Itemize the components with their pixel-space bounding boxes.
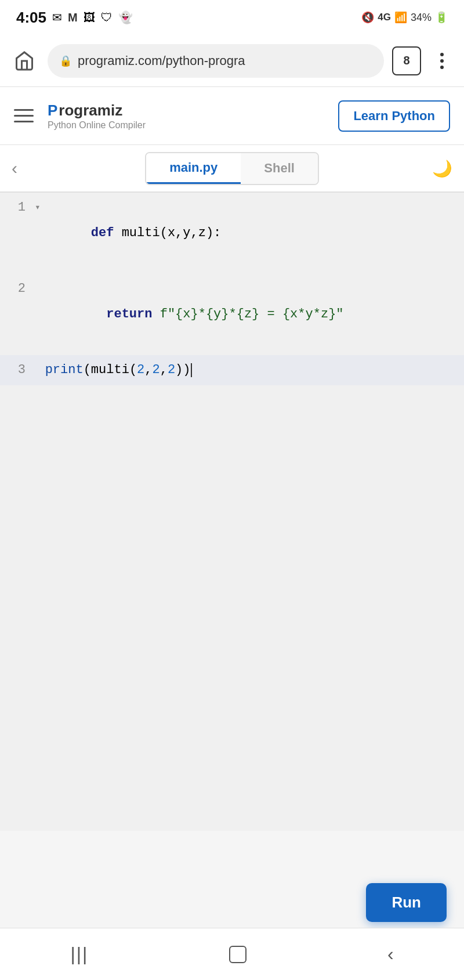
fn-call-name: multi [91,363,129,377]
status-bar: 4:05 ✉ M 🖼 🛡 👻 🔇 4G 📶 34% 🔋 [0,0,464,35]
status-left: 4:05 ✉ M 🖼 🛡 👻 [16,9,133,27]
logo-subtitle: Python Online Compiler [48,120,146,131]
paren-open: ( [84,363,91,377]
arg-1: 2 [137,363,144,377]
code-content-1: def multi(x,y,z): [43,195,464,272]
line-number-2: 2 [0,276,35,302]
code-content-2: __return f"{x}*{y}*{z} = {x*y*z}" [43,276,464,353]
code-line-2: 2 ▾ __return f"{x}*{y}*{z} = {x*y*z}" [0,274,464,355]
arg-2: 2 [152,363,160,377]
run-button-area: Run [366,883,447,922]
app-header: Programiz Python Online Compiler Learn P… [0,87,464,145]
nav-home-button[interactable] [229,946,246,963]
line-arrow-1: ▾ [35,195,41,220]
nav-recents-button[interactable]: ||| [70,943,88,965]
home-button[interactable] [9,46,39,76]
bottom-nav: ||| ‹ [0,928,464,980]
hamburger-line [14,121,34,122]
lte-icon: 4G [378,12,391,23]
learn-python-button[interactable]: Learn Python [338,100,450,132]
code-editor[interactable]: 1 ▾ def multi(x,y,z): 2 ▾ __return f"{x}… [0,193,464,831]
keyword-def: def [91,226,122,240]
code-line-1: 1 ▾ def multi(x,y,z): [0,193,464,274]
status-time: 4:05 [16,9,46,27]
mute-icon: 🔇 [361,11,374,24]
text-cursor [191,363,192,377]
comma-2: , [160,363,168,377]
code-line-3: 3 ▾ print(multi(2,2,2)) [0,355,464,385]
logo-area: Programiz Python Online Compiler [48,102,146,131]
parens-close: )) [175,363,190,377]
logo-text: Programiz [48,102,146,120]
comma-1: , [144,363,152,377]
home-square-icon [229,946,246,963]
logo-p-letter: P [48,102,57,120]
url-text: programiz.com/python-progra [78,53,372,68]
battery-level: 34% [411,12,432,24]
mail-m-icon: M [68,11,78,24]
browser-bar: 🔒 programiz.com/python-progra 8 [0,35,464,87]
status-icons: 🔇 4G 📶 34% 🔋 [361,11,448,24]
fn-name: multi(x,y,z): [122,226,222,240]
lock-icon: 🔒 [59,55,72,67]
back-arrow-icon: ‹ [12,158,17,178]
back-chevron-icon: ‹ [387,943,394,965]
arg-3: 2 [168,363,175,377]
keyword-print: print [45,363,84,377]
nav-back-button[interactable]: ‹ [387,943,394,965]
tab-count-button[interactable]: 8 [392,46,421,75]
dark-mode-button[interactable]: 🌙 [432,159,452,178]
shield-icon: 🛡 [101,11,113,24]
more-dot [440,59,444,63]
tab-main-py[interactable]: main.py [146,153,241,184]
moon-icon: 🌙 [432,160,452,178]
url-bar[interactable]: 🔒 programiz.com/python-progra [48,44,384,78]
hamburger-button[interactable] [14,109,34,122]
tab-group: main.py Shell [145,152,319,185]
keyword-return: return [106,307,160,321]
back-button[interactable]: ‹ [12,158,17,178]
email-icon: ✉ [52,10,62,24]
string-literal: f"{x}*{y}*{z} = {x*y*z}" [160,307,344,321]
hamburger-line [14,109,34,111]
tabs-bar: ‹ main.py Shell 🌙 [0,145,464,193]
hamburger-line [14,115,34,117]
line-number-3: 3 [0,357,35,383]
recents-icon: ||| [70,943,88,965]
more-dot [440,66,444,69]
image-icon: 🖼 [84,11,95,24]
header-left: Programiz Python Online Compiler [14,102,146,131]
code-content-3: print(multi(2,2,2)) [43,357,464,383]
tab-shell[interactable]: Shell [241,153,318,184]
more-dot [440,53,444,56]
paren-open-2: ( [129,363,137,377]
snapchat-icon: 👻 [118,10,133,24]
run-button[interactable]: Run [366,883,447,922]
signal-icon: 📶 [394,11,407,24]
more-options-button[interactable] [429,48,455,74]
line-number-1: 1 [0,195,35,220]
battery-icon: 🔋 [435,11,448,24]
